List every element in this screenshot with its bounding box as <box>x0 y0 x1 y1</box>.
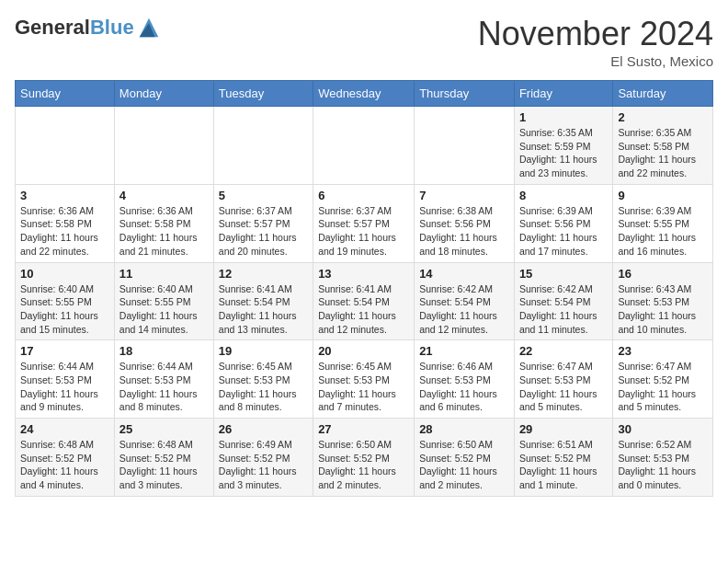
calendar-cell: 11Sunrise: 6:40 AMSunset: 5:55 PMDayligh… <box>114 262 213 340</box>
calendar-cell: 1Sunrise: 6:35 AMSunset: 5:59 PMDaylight… <box>514 107 613 185</box>
calendar-cell: 15Sunrise: 6:42 AMSunset: 5:54 PMDayligh… <box>514 262 613 340</box>
location: El Susto, Mexico <box>478 53 713 69</box>
weekday-header-monday: Monday <box>114 81 213 107</box>
week-row-0: 1Sunrise: 6:35 AMSunset: 5:59 PMDaylight… <box>16 107 713 185</box>
week-row-1: 3Sunrise: 6:36 AMSunset: 5:58 PMDaylight… <box>16 184 713 262</box>
calendar-cell: 9Sunrise: 6:39 AMSunset: 5:55 PMDaylight… <box>613 184 713 262</box>
day-info: Sunrise: 6:42 AMSunset: 5:54 PMDaylight:… <box>519 282 609 337</box>
day-info: Sunrise: 6:44 AMSunset: 5:53 PMDaylight:… <box>119 360 209 414</box>
day-number: 14 <box>419 267 509 281</box>
calendar-cell: 25Sunrise: 6:48 AMSunset: 5:52 PMDayligh… <box>114 419 213 497</box>
day-info: Sunrise: 6:36 AMSunset: 5:58 PMDaylight:… <box>119 204 209 259</box>
calendar-cell <box>16 107 115 185</box>
calendar-cell: 29Sunrise: 6:51 AMSunset: 5:52 PMDayligh… <box>514 419 613 497</box>
day-number: 30 <box>618 422 708 436</box>
day-info: Sunrise: 6:39 AMSunset: 5:56 PMDaylight:… <box>519 204 609 259</box>
calendar-cell: 18Sunrise: 6:44 AMSunset: 5:53 PMDayligh… <box>114 340 213 419</box>
calendar-cell: 17Sunrise: 6:44 AMSunset: 5:53 PMDayligh… <box>16 340 115 419</box>
day-info: Sunrise: 6:38 AMSunset: 5:56 PMDaylight:… <box>419 204 509 259</box>
day-number: 8 <box>519 189 609 202</box>
calendar-cell: 13Sunrise: 6:41 AMSunset: 5:54 PMDayligh… <box>313 262 415 340</box>
day-number: 5 <box>219 189 308 202</box>
day-number: 26 <box>219 422 308 436</box>
day-number: 10 <box>20 267 109 281</box>
day-number: 18 <box>119 344 209 358</box>
calendar-cell: 5Sunrise: 6:37 AMSunset: 5:57 PMDaylight… <box>213 184 313 262</box>
title-block: November 2024 El Susto, Mexico <box>478 15 713 69</box>
day-number: 6 <box>318 189 409 202</box>
day-number: 3 <box>20 189 109 202</box>
day-info: Sunrise: 6:35 AMSunset: 5:59 PMDaylight:… <box>519 126 609 180</box>
day-number: 15 <box>519 267 609 281</box>
calendar-cell: 26Sunrise: 6:49 AMSunset: 5:52 PMDayligh… <box>213 419 313 497</box>
weekday-header-wednesday: Wednesday <box>313 81 415 107</box>
calendar-table: SundayMondayTuesdayWednesdayThursdayFrid… <box>15 80 713 497</box>
day-number: 17 <box>20 344 109 358</box>
calendar-cell: 24Sunrise: 6:48 AMSunset: 5:52 PMDayligh… <box>16 419 115 497</box>
day-info: Sunrise: 6:45 AMSunset: 5:53 PMDaylight:… <box>318 360 409 414</box>
day-number: 28 <box>419 422 509 436</box>
day-number: 25 <box>119 422 209 436</box>
day-info: Sunrise: 6:37 AMSunset: 5:57 PMDaylight:… <box>219 204 308 259</box>
weekday-header-sunday: Sunday <box>16 81 115 107</box>
day-number: 21 <box>419 344 509 358</box>
day-number: 23 <box>618 344 708 358</box>
calendar-cell: 21Sunrise: 6:46 AMSunset: 5:53 PMDayligh… <box>415 340 515 419</box>
day-number: 9 <box>618 189 708 202</box>
day-number: 1 <box>519 110 609 124</box>
weekday-header-saturday: Saturday <box>613 81 713 107</box>
day-info: Sunrise: 6:41 AMSunset: 5:54 PMDaylight:… <box>219 282 308 337</box>
day-info: Sunrise: 6:42 AMSunset: 5:54 PMDaylight:… <box>419 282 509 337</box>
day-number: 4 <box>119 189 209 202</box>
calendar-cell: 28Sunrise: 6:50 AMSunset: 5:52 PMDayligh… <box>415 419 515 497</box>
calendar-cell: 30Sunrise: 6:52 AMSunset: 5:53 PMDayligh… <box>613 419 713 497</box>
day-number: 24 <box>20 422 109 436</box>
day-info: Sunrise: 6:48 AMSunset: 5:52 PMDaylight:… <box>20 438 109 492</box>
day-number: 12 <box>219 267 308 281</box>
page-header: GeneralBlue November 2024 El Susto, Mexi… <box>15 15 713 69</box>
week-row-3: 17Sunrise: 6:44 AMSunset: 5:53 PMDayligh… <box>16 340 713 419</box>
day-info: Sunrise: 6:35 AMSunset: 5:58 PMDaylight:… <box>618 126 708 180</box>
day-number: 13 <box>318 267 409 281</box>
day-info: Sunrise: 6:45 AMSunset: 5:53 PMDaylight:… <box>219 360 308 414</box>
logo-text: GeneralBlue <box>15 17 134 39</box>
day-info: Sunrise: 6:48 AMSunset: 5:52 PMDaylight:… <box>119 438 209 492</box>
day-number: 2 <box>618 110 708 124</box>
calendar-cell: 22Sunrise: 6:47 AMSunset: 5:53 PMDayligh… <box>514 340 613 419</box>
calendar-cell: 2Sunrise: 6:35 AMSunset: 5:58 PMDaylight… <box>613 107 713 185</box>
weekday-header-friday: Friday <box>514 81 613 107</box>
day-info: Sunrise: 6:47 AMSunset: 5:53 PMDaylight:… <box>519 360 609 414</box>
calendar-cell: 27Sunrise: 6:50 AMSunset: 5:52 PMDayligh… <box>313 419 415 497</box>
calendar-cell: 12Sunrise: 6:41 AMSunset: 5:54 PMDayligh… <box>213 262 313 340</box>
calendar-cell: 7Sunrise: 6:38 AMSunset: 5:56 PMDaylight… <box>415 184 515 262</box>
day-info: Sunrise: 6:49 AMSunset: 5:52 PMDaylight:… <box>219 438 308 492</box>
logo: GeneralBlue <box>15 15 162 40</box>
day-info: Sunrise: 6:50 AMSunset: 5:52 PMDaylight:… <box>318 438 409 492</box>
day-number: 20 <box>318 344 409 358</box>
day-info: Sunrise: 6:36 AMSunset: 5:58 PMDaylight:… <box>20 204 109 259</box>
day-number: 22 <box>519 344 609 358</box>
day-number: 16 <box>618 267 708 281</box>
day-number: 29 <box>519 422 609 436</box>
weekday-header-row: SundayMondayTuesdayWednesdayThursdayFrid… <box>16 81 713 107</box>
calendar-cell: 3Sunrise: 6:36 AMSunset: 5:58 PMDaylight… <box>16 184 115 262</box>
day-number: 7 <box>419 189 509 202</box>
day-info: Sunrise: 6:39 AMSunset: 5:55 PMDaylight:… <box>618 204 708 259</box>
calendar-cell: 8Sunrise: 6:39 AMSunset: 5:56 PMDaylight… <box>514 184 613 262</box>
calendar-cell: 10Sunrise: 6:40 AMSunset: 5:55 PMDayligh… <box>16 262 115 340</box>
weekday-header-tuesday: Tuesday <box>213 81 313 107</box>
day-info: Sunrise: 6:51 AMSunset: 5:52 PMDaylight:… <box>519 438 609 492</box>
calendar-cell: 20Sunrise: 6:45 AMSunset: 5:53 PMDayligh… <box>313 340 415 419</box>
logo-icon <box>136 15 162 40</box>
day-info: Sunrise: 6:46 AMSunset: 5:53 PMDaylight:… <box>419 360 509 414</box>
month-title: November 2024 <box>478 15 713 53</box>
calendar-cell <box>114 107 213 185</box>
day-number: 11 <box>119 267 209 281</box>
calendar-cell: 23Sunrise: 6:47 AMSunset: 5:52 PMDayligh… <box>613 340 713 419</box>
calendar-cell: 19Sunrise: 6:45 AMSunset: 5:53 PMDayligh… <box>213 340 313 419</box>
week-row-2: 10Sunrise: 6:40 AMSunset: 5:55 PMDayligh… <box>16 262 713 340</box>
calendar-cell: 6Sunrise: 6:37 AMSunset: 5:57 PMDaylight… <box>313 184 415 262</box>
day-info: Sunrise: 6:43 AMSunset: 5:53 PMDaylight:… <box>618 282 708 337</box>
calendar-cell <box>313 107 415 185</box>
day-info: Sunrise: 6:52 AMSunset: 5:53 PMDaylight:… <box>618 438 708 492</box>
